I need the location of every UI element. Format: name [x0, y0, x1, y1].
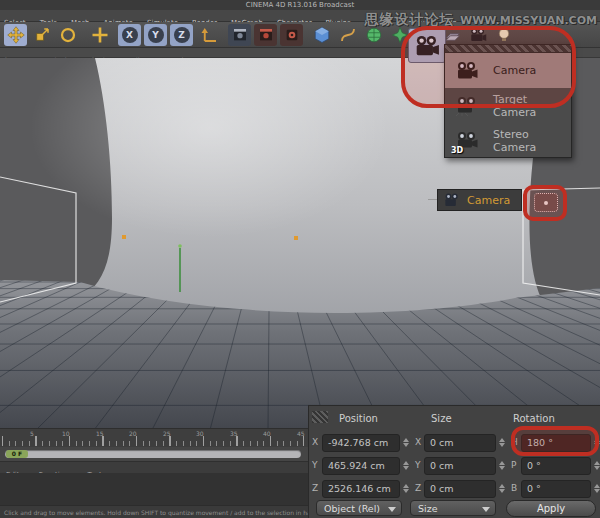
- object-manager-camera-row[interactable]: Camera: [437, 189, 522, 211]
- size-y-input[interactable]: 0 cm: [424, 457, 496, 475]
- popup-item-stereo-camera[interactable]: 3D Stereo Camera: [445, 123, 571, 158]
- camera-icon: [414, 34, 440, 58]
- size-header: Size: [431, 413, 452, 424]
- camera-object-icon: [443, 193, 461, 207]
- pos-y-input[interactable]: 465.924 cm: [322, 457, 400, 475]
- current-frame-marker[interactable]: 0 F: [6, 450, 28, 458]
- watermark-text: 思缘设计论坛 WWW.MISSYUAN.COM: [365, 9, 597, 29]
- x-axis-lock-icon[interactable]: X: [118, 24, 141, 46]
- size-z-spinner[interactable]: [498, 483, 506, 495]
- stereo-camera-icon: 3D: [455, 131, 479, 151]
- rot-h-input[interactable]: 180 °: [521, 434, 591, 452]
- object-handle-left[interactable]: [122, 235, 126, 239]
- add-cube-icon[interactable]: [310, 24, 333, 46]
- last-tool-icon[interactable]: [88, 24, 111, 46]
- cinema4d-window: CINEMA 4D R13.016 Broadcast Select Tools…: [0, 0, 600, 518]
- object-name-label: Camera: [467, 194, 510, 207]
- mode-dropdown[interactable]: Object (Rel): [316, 500, 402, 516]
- pos-y-spinner[interactable]: [402, 460, 410, 472]
- coord-row-3: Z 2526.146 cm Z 0 cm B 0 °: [309, 480, 600, 498]
- camera-type-popup: Camera Target Camera 3D Stereo Camera: [444, 44, 572, 158]
- render-view-icon[interactable]: [228, 24, 251, 46]
- size-dropdown-value: Size: [418, 503, 438, 514]
- pos-y-label: Y: [312, 460, 318, 470]
- object-handle-right[interactable]: [294, 236, 298, 240]
- camera-flyout-button[interactable]: [408, 28, 446, 63]
- apply-button[interactable]: Apply: [506, 500, 596, 517]
- popup-item-label: Camera: [493, 64, 536, 77]
- move-tool-icon[interactable]: [4, 24, 27, 46]
- size-x-input[interactable]: 0 cm: [424, 434, 496, 452]
- material-manager-area[interactable]: [0, 473, 308, 505]
- popup-item-camera[interactable]: Camera: [445, 53, 571, 88]
- size-z-label: Z: [415, 483, 421, 493]
- position-header: Position: [339, 413, 378, 424]
- rotation-header: Rotation: [513, 413, 555, 424]
- size-y-spinner[interactable]: [498, 460, 506, 472]
- camera-view-toggle-icon[interactable]: [534, 193, 558, 212]
- stereo-3d-badge: 3D: [451, 146, 463, 155]
- rotate-tool-icon[interactable]: [56, 24, 79, 46]
- timeline-ruler[interactable]: 5 10 15 20 25 30 35 40 45: [0, 428, 308, 447]
- render-settings-icon[interactable]: [280, 24, 303, 46]
- size-y-label: Y: [415, 460, 421, 470]
- ruler-major-ticks: [2, 436, 304, 446]
- y-axis-lock-icon[interactable]: Y: [144, 24, 167, 46]
- y-axis-tip: [178, 244, 182, 248]
- size-z-input[interactable]: 0 cm: [424, 480, 496, 498]
- pos-z-input[interactable]: 2526.146 cm: [322, 480, 400, 498]
- popup-item-label: Target Camera: [493, 93, 571, 119]
- material-manager-menu: Edit Function Texture: [0, 461, 308, 473]
- pos-x-spinner[interactable]: [402, 437, 410, 449]
- timeline-track[interactable]: [5, 450, 301, 458]
- size-x-label: X: [415, 437, 421, 447]
- target-camera-icon: [455, 96, 479, 116]
- rot-b-input[interactable]: 0 °: [521, 480, 591, 498]
- chevron-down-icon: [482, 507, 490, 512]
- rot-b-label: B: [511, 483, 517, 493]
- chevron-down-icon: [388, 507, 396, 512]
- render-region-icon[interactable]: [254, 24, 277, 46]
- rot-p-input[interactable]: 0 °: [521, 457, 591, 475]
- panel-drag-handle[interactable]: [312, 411, 328, 423]
- pos-z-spinner[interactable]: [402, 483, 410, 495]
- size-x-spinner[interactable]: [498, 437, 506, 449]
- coordinate-system-icon[interactable]: [198, 24, 221, 46]
- z-axis-lock-icon[interactable]: Z: [170, 24, 193, 46]
- rot-p-label: P: [511, 460, 516, 470]
- rot-h-spinner[interactable]: [593, 437, 600, 449]
- coord-row-2: Y 465.924 cm Y 0 cm P 0 °: [309, 457, 600, 475]
- object-tree-branch-line: [428, 199, 437, 200]
- popup-item-target-camera[interactable]: Target Camera: [445, 88, 571, 123]
- scale-tool-icon[interactable]: [30, 24, 53, 46]
- coordinates-panel: Position Size Rotation X -942.768 cm X 0…: [308, 405, 600, 518]
- rot-p-spinner[interactable]: [593, 460, 600, 472]
- timeline-slider[interactable]: 0 F: [0, 447, 308, 461]
- camera-icon: [455, 61, 479, 81]
- pos-x-input[interactable]: -942.768 cm: [322, 434, 400, 452]
- mode-dropdown-value: Object (Rel): [324, 503, 380, 514]
- add-spline-icon[interactable]: [336, 24, 359, 46]
- popup-tearoff-strip[interactable]: [445, 45, 571, 53]
- rot-h-label: H: [511, 437, 518, 447]
- popup-item-label: Stereo Camera: [493, 128, 571, 154]
- pos-z-label: Z: [312, 483, 318, 493]
- pos-x-label: X: [312, 437, 318, 447]
- rot-b-spinner[interactable]: [593, 483, 600, 495]
- coord-row-1: X -942.768 cm X 0 cm H 180 °: [309, 434, 600, 452]
- size-mode-dropdown[interactable]: Size: [410, 500, 496, 516]
